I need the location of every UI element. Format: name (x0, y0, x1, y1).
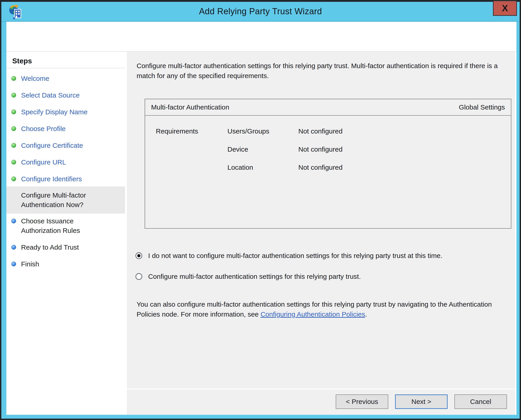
global-settings-label: Global Settings (459, 103, 505, 111)
step-upcoming-bullet-icon (11, 262, 16, 266)
step-configure-certificate: Configure Certificate (6, 140, 125, 151)
cancel-button[interactable]: Cancel (454, 394, 507, 409)
close-button[interactable]: X (493, 0, 517, 16)
step-finish: Finish (6, 259, 125, 269)
previous-button[interactable]: < Previous (336, 394, 388, 409)
radio-configure-mfa[interactable]: Configure multi-factor authentication se… (135, 271, 361, 282)
table-row: Location Not configured (145, 158, 511, 177)
step-welcome: Welcome (6, 73, 125, 84)
step-done-bullet-icon (11, 110, 16, 114)
steps-sidebar: Steps Welcome Select Data Source Specify… (6, 52, 125, 415)
mfa-table-header: Multi-factor Authentication Global Setti… (145, 99, 511, 116)
wizard-body: Steps Welcome Select Data Source Specify… (6, 22, 516, 415)
step-done-bullet-icon (11, 126, 16, 131)
steps-list: Welcome Select Data Source Specify Displ… (6, 73, 125, 269)
titlebar: Add Relying Party Trust Wizard X (1, 2, 520, 22)
radio-selected-icon[interactable] (135, 252, 142, 259)
step-done-bullet-icon (11, 76, 16, 81)
window-title: Add Relying Party Trust Wizard (1, 7, 520, 16)
table-row: Requirements Users/Groups Not configured (145, 122, 511, 140)
radio-do-not-configure-mfa[interactable]: I do not want to configure multi-factor … (135, 250, 442, 261)
steps-heading: Steps (6, 55, 125, 68)
step-done-bullet-icon (11, 93, 16, 98)
mfa-settings-table: Multi-factor Authentication Global Setti… (145, 99, 512, 229)
table-row: Device Not configured (145, 140, 511, 158)
step-choose-issuance-authorization-rules: Choose Issuance Authorization Rules (6, 216, 125, 236)
step-configure-url: Configure URL (6, 157, 125, 167)
footer-button-bar: < Previous Next > Cancel (127, 389, 515, 415)
wizard-header-band (6, 22, 516, 52)
step-specify-display-name: Specify Display Name (6, 107, 125, 117)
step-upcoming-bullet-icon (11, 219, 16, 223)
step-done-bullet-icon (11, 177, 16, 181)
step-select-data-source: Select Data Source (6, 90, 125, 100)
wizard-window: Add Relying Party Trust Wizard X Steps W… (0, 0, 521, 420)
footer-note: You can also configure multi-factor auth… (137, 299, 512, 319)
step-ready-to-add-trust: Ready to Add Trust (6, 242, 125, 253)
step-done-bullet-icon (11, 143, 16, 148)
step-upcoming-bullet-icon (11, 245, 16, 250)
step-configure-identifiers: Configure Identifiers (6, 174, 125, 184)
next-button[interactable]: Next > (395, 394, 448, 409)
window-frame: Add Relying Party Trust Wizard X Steps W… (1, 2, 520, 419)
step-done-bullet-icon (11, 160, 16, 165)
mfa-table-title: Multi-factor Authentication (151, 103, 229, 111)
step-configure-multi-factor-authentication: Configure Multi-factor Authentication No… (6, 187, 125, 214)
configuring-authentication-policies-link[interactable]: Configuring Authentication Policies (261, 310, 365, 318)
radio-unselected-icon[interactable] (135, 273, 142, 280)
content-area: Configure multi-factor authentication se… (127, 52, 515, 389)
step-done-bullet-icon (11, 193, 16, 198)
intro-text: Configure multi-factor authentication se… (137, 61, 515, 81)
step-choose-profile: Choose Profile (6, 124, 125, 134)
mfa-table-body: Requirements Users/Groups Not configured… (145, 116, 511, 227)
